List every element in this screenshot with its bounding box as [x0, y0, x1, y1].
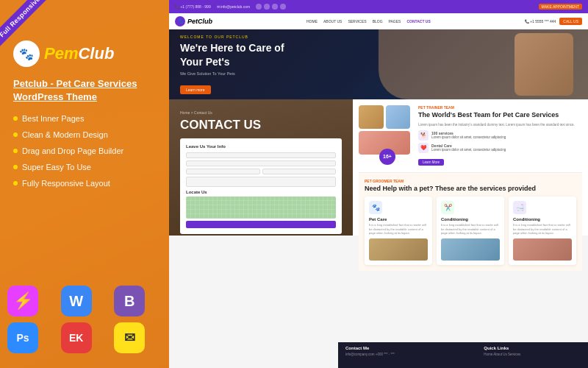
feature-label: Best Inner Pages [22, 114, 84, 123]
contact-map [186, 197, 336, 219]
feature-item: Drag and Drop Page Builder [13, 146, 157, 155]
logo-icon: 🐾 [13, 40, 40, 67]
hero-pet-image [514, 33, 573, 96]
team-tag: PET TRAINER TEAM [418, 105, 582, 110]
feature-dot [13, 181, 18, 185]
locate-us-title: Locate Us [186, 190, 336, 194]
contact-section: Home > Contact Us CONTACT US Leave Us Yo… [169, 99, 353, 236]
service-image-1 [369, 238, 428, 261]
site-logo-icon: 🐾 [175, 16, 185, 26]
feature-item: Super Easy To Use [13, 163, 157, 171]
bootstrap-icon: B [114, 286, 145, 316]
contact-form-title: Leave Us Your Info [186, 144, 336, 149]
site-logo-text: PetClub [187, 18, 212, 25]
team-photos-grid [359, 105, 410, 155]
social-twitter-icon[interactable] [264, 4, 270, 10]
contact-email-field[interactable] [186, 160, 336, 166]
service-desc-3: It is a long established fact that a rea… [513, 223, 572, 236]
contact-service-field[interactable] [262, 169, 337, 174]
service-card-2: ✂️ Conditioning It is a long established… [437, 197, 504, 265]
team-title: The World's Best Team for Pet Care Servi… [418, 111, 582, 120]
dental-care-icon: ❤️ [418, 143, 429, 153]
feature-label: Clean & Modern Design [22, 130, 108, 139]
features-list: Best Inner Pages Clean & Modern Design D… [13, 114, 157, 195]
nav-blog[interactable]: BLOG [373, 19, 383, 24]
wordpress-icon: W [61, 286, 92, 316]
feature-label: Super Easy To Use [22, 163, 91, 171]
hero-learn-more-button[interactable]: Learn more [180, 85, 211, 94]
topbar-left: 📞 +1 (777) 888 - 999 ✉ info@petclub.com [175, 4, 286, 10]
conditioning-icon-1: ✂️ [441, 201, 454, 214]
service-card-1: 🐾 Pet Care It is a long established fact… [365, 197, 432, 265]
left-panel: Full Responsive 🐾 PетClub Petclub - Pet … [0, 0, 169, 368]
service-image-2 [441, 238, 500, 261]
service-name-3: Conditioning [513, 217, 572, 222]
call-us-button[interactable]: CALL US [559, 18, 582, 25]
learn-more-button[interactable]: Learn More [418, 159, 444, 166]
service-card-3: 🛁 Conditioning It is a long established … [509, 197, 576, 265]
feature-dot [13, 132, 18, 137]
team-feature-1-text: 100 services Lorem ipsum dolor sit amet,… [431, 131, 506, 140]
site-header: 🐾 PetClub HOME ABOUT US SERVICES BLOG PA… [169, 13, 588, 29]
plugin-icons: ⚡ W B Ps EK ✉ [7, 286, 162, 353]
team-info: PET TRAINER TEAM The World's Best Team f… [418, 105, 582, 166]
contact-breadcrumb: Home > Contact Us [180, 110, 342, 115]
hero-tag: WELCOME TO OUR PETCLUB [180, 35, 298, 39]
service-name-2: Conditioning [441, 217, 500, 222]
nav-home[interactable]: HOME [306, 19, 318, 24]
hero-subtitle: We Give Solution To Your Pets [180, 71, 298, 76]
nav-services[interactable]: SERVICES [348, 19, 366, 24]
feature-item: Best Inner Pages [13, 114, 157, 123]
footer-strip: Contact Me info@company.com +000 *** - *… [338, 342, 588, 368]
team-feature-2-text: Dental Care Lorem ipsum dolor sit amet, … [431, 144, 506, 152]
service-desc-1: It is a long established fact that a rea… [369, 223, 428, 236]
team-feature-2: ❤️ Dental Care Lorem ipsum dolor sit ame… [418, 143, 582, 153]
feature-dot [13, 165, 18, 169]
service-image-3 [513, 238, 572, 261]
team-desc: Lorem ipsum has been the industry's stan… [418, 123, 582, 127]
pet-services-icon: 🐕 [418, 130, 429, 141]
ek-icon: EK [61, 322, 92, 353]
theme-title: Petclub - Pet Care Services WordPress Th… [13, 77, 157, 104]
pet-care-icon: 🐾 [369, 201, 382, 214]
contact-fullname-field[interactable] [186, 152, 336, 158]
social-youtube-icon[interactable] [280, 4, 286, 10]
footer-title-1: Contact Me [345, 346, 473, 350]
social-instagram-icon[interactable] [272, 4, 278, 10]
nav-about[interactable]: ABOUT US [323, 19, 342, 24]
right-side-content: 16+ PET TRAINER TEAM The World's Best Te… [353, 99, 588, 236]
team-photo-1 [359, 105, 384, 129]
services-section: PET GROOMER TEAM Need Help with a pet? T… [359, 172, 582, 271]
contact-phone-field[interactable] [186, 169, 260, 174]
contact-title: CONTACT US [180, 118, 342, 132]
contact-form-row [186, 169, 336, 174]
service-name-1: Pet Care [369, 217, 428, 222]
contact-submit-button[interactable] [186, 221, 336, 228]
services-grid: 🐾 Pet Care It is a long established fact… [365, 197, 576, 265]
two-col-section: Home > Contact Us CONTACT US Leave Us Yo… [169, 99, 588, 236]
theme-title-text: Petclub - Pet Care Services WordPress Th… [13, 77, 157, 104]
conditioning-icon-2: 🛁 [513, 201, 526, 214]
nav-pages[interactable]: PAGES [389, 19, 401, 24]
services-tag: PET GROOMER TEAM [365, 179, 576, 183]
team-photo-2 [386, 105, 411, 129]
elementor-icon: ⚡ [7, 286, 38, 316]
feature-item: Clean & Modern Design [13, 130, 157, 139]
feature-dot [13, 116, 18, 121]
header-phone: 📞 +1 5555 *** 444 [525, 19, 556, 24]
contact-message-field[interactable] [186, 177, 336, 187]
services-title: Need Help with a pet? These are the serv… [365, 185, 576, 192]
feature-label: Fully Responsive Layout [22, 179, 110, 188]
topbar-social [256, 4, 286, 10]
site-topbar: 📞 +1 (777) 888 - 999 ✉ info@petclub.com … [169, 0, 588, 13]
footer-text-2: Home About Us Services [484, 353, 588, 357]
social-facebook-icon[interactable] [256, 4, 262, 10]
make-appointment-button[interactable]: MAKE APPOINTMENT [539, 4, 582, 10]
site-nav: HOME ABOUT US SERVICES BLOG PAGES CONTAC… [306, 19, 431, 24]
contact-content: Home > Contact Us CONTACT US Leave Us Yo… [169, 99, 353, 236]
hero-content: WELCOME TO OUR PETCLUB We're Here to Car… [169, 29, 309, 99]
nav-contact[interactable]: CONTACT US [406, 19, 430, 24]
site-logo: 🐾 PetClub [175, 16, 212, 26]
topbar-email: ✉ info@petclub.com [217, 4, 250, 9]
team-features: 🐕 100 services Lorem ipsum dolor sit ame… [418, 130, 582, 153]
